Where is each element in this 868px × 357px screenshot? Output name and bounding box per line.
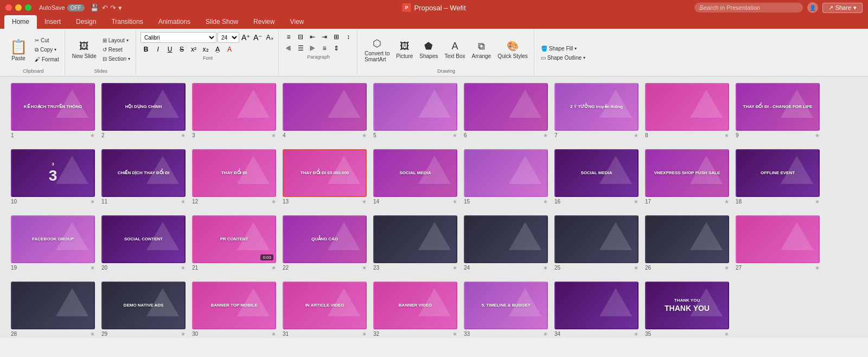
slide-thumbnail[interactable]: 33: [11, 149, 95, 197]
slide-star-button[interactable]: ★: [271, 265, 276, 271]
slide-thumbnail[interactable]: FACEBOOK GROUP: [11, 215, 95, 263]
font-shrink-button[interactable]: A⁻: [252, 33, 263, 42]
quick-styles-button[interactable]: 🎨 Quick Styles: [495, 37, 531, 63]
tab-slideshow[interactable]: Slide Show: [198, 15, 246, 29]
slide-thumbnail[interactable]: [11, 282, 95, 329]
slide-star-button[interactable]: ★: [90, 331, 95, 337]
align-left-button[interactable]: ⫷: [283, 43, 294, 53]
slide-thumbnail[interactable]: DEMO NATIVE ADS: [101, 282, 186, 329]
slide-thumbnail[interactable]: QUẢNG CÁO: [283, 215, 367, 263]
minimize-button[interactable]: [15, 4, 22, 11]
clear-format-button[interactable]: Aₓ: [264, 33, 275, 42]
slide-thumbnail[interactable]: THAY ĐỔI ĐI - CHANGE FOR LIFE: [736, 83, 820, 131]
slide-star-button[interactable]: ★: [181, 331, 186, 337]
font-grow-button[interactable]: A⁺: [240, 33, 251, 42]
slide-star-button[interactable]: ★: [815, 199, 820, 205]
slide-star-button[interactable]: ★: [724, 199, 729, 205]
slide-star-button[interactable]: ★: [271, 331, 276, 337]
slide-star-button[interactable]: ★: [543, 132, 548, 138]
tab-review[interactable]: Review: [246, 15, 282, 29]
slide-star-button[interactable]: ★: [724, 331, 729, 337]
new-slide-button[interactable]: 🖼 New Slide: [69, 37, 99, 63]
section-button[interactable]: ⊟ Section ▾: [100, 55, 132, 63]
slide-thumbnail[interactable]: [736, 215, 820, 263]
slide-star-button[interactable]: ★: [543, 265, 548, 271]
slide-star-button[interactable]: ★: [543, 199, 548, 205]
tab-insert[interactable]: Insert: [37, 15, 68, 29]
slide-star-button[interactable]: ★: [634, 265, 639, 271]
slide-star-button[interactable]: ★: [90, 132, 95, 138]
slide-thumbnail[interactable]: THAY ĐỔI ĐI 65.000.000: [283, 149, 367, 197]
slide-star-button[interactable]: ★: [815, 265, 820, 271]
share-button[interactable]: ↗ Share ▾: [822, 3, 863, 13]
slide-star-button[interactable]: ★: [271, 199, 276, 205]
slide-thumbnail[interactable]: SOCIAL CONTENT: [101, 215, 186, 263]
textbox-button[interactable]: A Text Box: [442, 37, 468, 63]
slide-thumbnail[interactable]: [554, 215, 639, 263]
align-center-button[interactable]: ☰: [295, 43, 306, 53]
slide-thumbnail[interactable]: CHIẾN DỊCH THAY ĐỔI ĐI: [101, 149, 186, 197]
tab-home[interactable]: Home: [4, 15, 37, 29]
slide-thumbnail[interactable]: [464, 215, 548, 263]
slide-thumbnail[interactable]: IN ARTICLE VIDEO: [283, 282, 367, 329]
slide-thumbnail[interactable]: THAY ĐỔI ĐI: [192, 149, 276, 197]
slide-thumbnail[interactable]: [464, 83, 548, 131]
columns-button[interactable]: ⊞: [331, 32, 342, 42]
tab-design[interactable]: Design: [68, 15, 104, 29]
font-family-select[interactable]: Calibri: [141, 32, 216, 43]
slide-star-button[interactable]: ★: [452, 265, 457, 271]
autosave-toggle[interactable]: OFF: [67, 4, 85, 11]
slide-star-button[interactable]: ★: [90, 199, 95, 205]
slide-thumbnail[interactable]: [192, 83, 276, 131]
font-color-button[interactable]: A: [224, 44, 235, 54]
slide-thumbnail[interactable]: VNEXPRESS SHOP PUSH SALE: [645, 149, 729, 197]
slide-thumbnail[interactable]: [373, 215, 457, 263]
layout-button[interactable]: ⊞ Layout ▾: [100, 36, 132, 44]
paste-button[interactable]: 📋 Paste: [5, 34, 31, 66]
slide-thumbnail[interactable]: PR CONTENT0:03: [192, 215, 276, 263]
slide-thumbnail[interactable]: [373, 83, 457, 131]
slide-star-button[interactable]: ★: [452, 199, 457, 205]
bold-button[interactable]: B: [141, 44, 151, 54]
superscript-button[interactable]: x²: [188, 44, 199, 54]
align-right-button[interactable]: ⫸: [307, 43, 318, 53]
slide-star-button[interactable]: ★: [543, 331, 548, 337]
subscript-button[interactable]: x₂: [200, 44, 211, 54]
slide-thumbnail[interactable]: 2 Ý TƯỞNG truyền thông: [554, 83, 639, 131]
slide-star-button[interactable]: ★: [271, 132, 276, 138]
slide-star-button[interactable]: ★: [452, 132, 457, 138]
slide-thumbnail[interactable]: KẾ HOẠCH TRUYỀN THÔNG: [11, 83, 95, 131]
slide-star-button[interactable]: ★: [181, 265, 186, 271]
tab-transitions[interactable]: Transitions: [104, 15, 150, 29]
slide-thumbnail[interactable]: OFFLINE EVENT: [736, 149, 820, 197]
slide-star-button[interactable]: ★: [634, 331, 639, 337]
slide-star-button[interactable]: ★: [634, 132, 639, 138]
increase-indent-button[interactable]: ⇥: [319, 32, 330, 42]
strikethrough-button[interactable]: S: [176, 44, 187, 54]
slide-thumbnail[interactable]: THANK YOUTHANK YOU: [645, 282, 729, 329]
slide-thumbnail[interactable]: [464, 149, 548, 197]
decrease-indent-button[interactable]: ⇤: [307, 32, 318, 42]
slide-thumbnail[interactable]: SOCIAL MEDIA: [373, 149, 457, 197]
arrange-button[interactable]: ⧉ Arrange: [469, 37, 494, 63]
cut-button[interactable]: ✂ Cut: [33, 36, 61, 44]
slide-thumbnail[interactable]: SOCIAL MEDIA: [554, 149, 639, 197]
slide-star-button[interactable]: ★: [634, 199, 639, 205]
slide-star-button[interactable]: ★: [181, 199, 186, 205]
picture-button[interactable]: 🖼 Picture: [393, 37, 416, 63]
close-button[interactable]: [5, 4, 12, 11]
shadow-button[interactable]: A̤: [212, 44, 223, 54]
shape-outline-button[interactable]: ▭ Shape Outline ▾: [539, 54, 588, 62]
maximize-button[interactable]: [25, 4, 31, 11]
search-input[interactable]: [694, 3, 803, 12]
slide-star-button[interactable]: ★: [90, 265, 95, 271]
italic-button[interactable]: I: [152, 44, 163, 54]
slide-thumbnail[interactable]: [645, 83, 729, 131]
format-button[interactable]: 🖌 Format: [33, 55, 61, 63]
font-size-select[interactable]: 24: [218, 32, 239, 43]
justify-button[interactable]: ≡: [319, 43, 330, 53]
numbering-button[interactable]: ⊟: [295, 32, 306, 42]
slide-star-button[interactable]: ★: [362, 199, 367, 205]
slide-star-button[interactable]: ★: [362, 265, 367, 271]
underline-button[interactable]: U: [164, 44, 175, 54]
